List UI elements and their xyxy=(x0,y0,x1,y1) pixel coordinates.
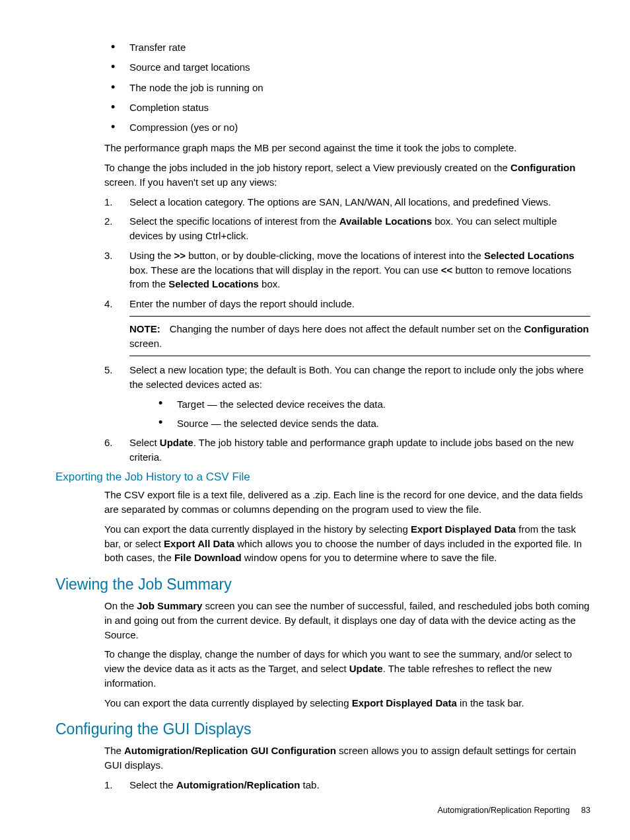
page-number: 83 xyxy=(581,806,590,815)
step-item: Select Update. The job history table and… xyxy=(104,436,590,465)
summary-section: On the Job Summary screen you can see th… xyxy=(104,599,590,710)
bold-text: Export Displayed Data xyxy=(352,697,457,708)
note-box: NOTE:Changing the number of days here do… xyxy=(129,316,590,357)
step-item: Using the >> button, or by double-clicki… xyxy=(104,248,590,291)
step-item: Select a location category. The options … xyxy=(104,195,590,210)
bold-text: Available Locations xyxy=(339,215,432,227)
text: Changing the number of days here does no… xyxy=(170,323,524,334)
text: box. xyxy=(259,278,281,289)
text: . The job history table and performance … xyxy=(129,437,574,463)
text: screen. If you haven't set up any views: xyxy=(104,176,277,188)
bold-text: Job Summary xyxy=(137,600,202,611)
top-section: Transfer rate Source and target location… xyxy=(104,41,590,464)
text: window opens for you to determine where … xyxy=(242,552,497,563)
heading-config-gui: Configuring the GUI Displays xyxy=(55,720,590,738)
list-item: Compression (yes or no) xyxy=(104,121,590,134)
bold-text: Export Displayed Data xyxy=(411,523,516,535)
export-section: The CSV export file is a text file, deli… xyxy=(104,488,590,565)
bold-text: Configuration xyxy=(510,162,575,173)
text: The xyxy=(104,745,124,756)
text: tab. xyxy=(300,779,319,790)
body-text: You can export the data currently displa… xyxy=(104,522,590,565)
bold-text: Configuration xyxy=(524,323,588,334)
bold-text: File Download xyxy=(174,552,242,563)
top-bullet-list: Transfer rate Source and target location… xyxy=(104,41,590,134)
list-item: Source and target locations xyxy=(104,61,590,74)
body-text: The Automigration/Replication GUI Config… xyxy=(104,744,590,773)
config-section: The Automigration/Replication GUI Config… xyxy=(104,744,590,792)
body-text: The performance graph maps the MB per se… xyxy=(104,141,590,155)
bold-text: << xyxy=(441,264,453,276)
bold-text: Selected Locations xyxy=(484,250,575,261)
page-footer: Automigration/Replication Reporting 83 xyxy=(437,806,590,815)
text: You can export the data currently displa… xyxy=(104,697,352,708)
bold-text: Export All Data xyxy=(164,538,234,549)
steps-list: Select a location category. The options … xyxy=(104,195,590,465)
text: On the xyxy=(104,600,137,611)
bold-text: Update xyxy=(160,437,193,448)
bold-text: Automigration/Replication GUI Configurat… xyxy=(124,745,336,756)
bold-text: Automigration/Replication xyxy=(176,779,300,790)
text: Select xyxy=(129,437,160,448)
list-item: Source — the selected device sends the d… xyxy=(129,416,590,430)
text: in the task bar. xyxy=(457,697,524,708)
heading-export-csv: Exporting the Job History to a CSV File xyxy=(55,471,590,484)
text: button, or by double-clicking, move the … xyxy=(186,250,484,261)
bold-text: >> xyxy=(174,250,186,261)
sub-bullet-list: Target — the selected device receives th… xyxy=(129,397,590,430)
list-item: Target — the selected device receives th… xyxy=(129,397,590,411)
note-label: NOTE: xyxy=(129,323,160,334)
text: Using the xyxy=(129,250,174,261)
text: Select the specific locations of interes… xyxy=(129,215,339,227)
page-content: Transfer rate Source and target location… xyxy=(0,0,630,824)
footer-title: Automigration/Replication Reporting xyxy=(437,806,569,815)
text: Select the xyxy=(129,779,176,790)
heading-job-summary: Viewing the Job Summary xyxy=(55,576,590,593)
text: Select a new location type; the default … xyxy=(129,364,584,390)
text: screen. xyxy=(129,338,162,349)
step-item: Enter the number of days the report shou… xyxy=(104,297,590,356)
text: You can export the data currently displa… xyxy=(104,523,411,535)
body-text: To change the display, change the number… xyxy=(104,647,590,690)
step-item: Select a new location type; the default … xyxy=(104,363,590,430)
step-item: Select the specific locations of interes… xyxy=(104,214,590,243)
list-item: Transfer rate xyxy=(104,41,590,54)
body-text: On the Job Summary screen you can see th… xyxy=(104,599,590,642)
text: To change the jobs included in the job h… xyxy=(104,162,510,173)
config-steps-list: Select the Automigration/Replication tab… xyxy=(104,778,590,792)
body-text: You can export the data currently displa… xyxy=(104,696,590,710)
body-text: The CSV export file is a text file, deli… xyxy=(104,488,590,517)
bold-text: Selected Locations xyxy=(168,278,259,289)
step-item: Select the Automigration/Replication tab… xyxy=(104,778,590,792)
body-text: To change the jobs included in the job h… xyxy=(104,161,590,190)
text: box. These are the locations that will d… xyxy=(129,264,441,276)
list-item: The node the job is running on xyxy=(104,81,590,95)
text: Enter the number of days the report shou… xyxy=(129,298,355,309)
bold-text: Update xyxy=(349,663,383,674)
list-item: Completion status xyxy=(104,101,590,114)
